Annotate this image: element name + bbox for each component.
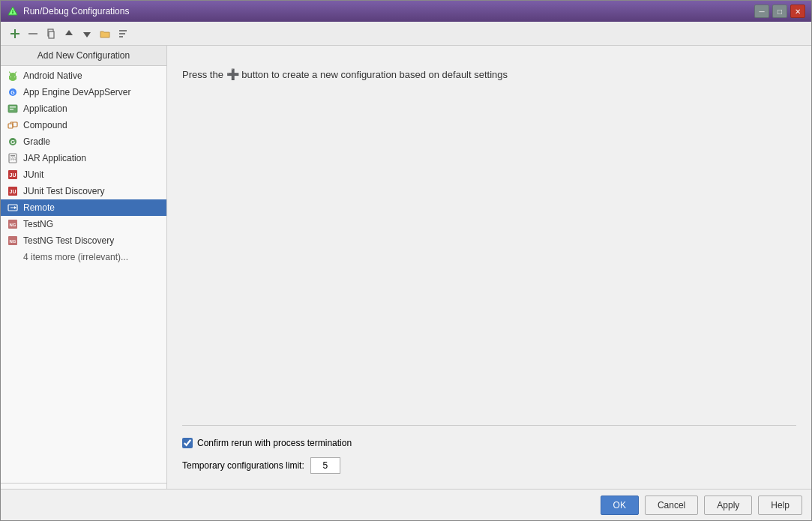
junit-icon: JU — [7, 169, 19, 181]
run-debug-configurations-window: Run/Debug Configurations ─ □ ✕ — [0, 0, 812, 521]
move-up-button[interactable] — [61, 25, 77, 42]
window-title: Run/Debug Configurations — [23, 6, 754, 16]
confirm-rerun-checkbox[interactable] — [182, 438, 193, 448]
main-content: Add New Configuration — [1, 46, 811, 489]
svg-text:JU: JU — [10, 172, 16, 178]
maximize-button[interactable]: □ — [772, 4, 787, 18]
temp-config-label: Temporary configurations limit: — [182, 460, 304, 471]
android-icon — [7, 70, 19, 82]
ok-button[interactable]: OK — [601, 496, 639, 515]
svg-point-2 — [12, 12, 13, 13]
hint-prefix: Press the — [182, 69, 223, 80]
svg-marker-9 — [65, 30, 73, 35]
add-new-header: Add New Configuration — [1, 46, 166, 66]
svg-line-19 — [15, 72, 16, 73]
junit-discovery-icon: JU — [7, 185, 19, 197]
move-down-button[interactable] — [79, 25, 95, 42]
config-item-junit-label: JUnit — [23, 169, 43, 180]
svg-rect-8 — [49, 31, 54, 38]
help-button[interactable]: Help — [758, 496, 802, 515]
gradle-icon: G — [7, 136, 19, 148]
svg-rect-6 — [28, 33, 37, 34]
confirm-rerun-row: Confirm rerun with process termination — [182, 438, 796, 448]
config-item-gradle-label: Gradle — [23, 136, 50, 147]
apply-button[interactable]: Apply — [704, 496, 752, 515]
svg-text:JAR: JAR — [9, 157, 16, 161]
svg-point-20 — [10, 73, 16, 77]
config-item-junit-test-discovery[interactable]: JU JUnit Test Discovery — [1, 183, 166, 199]
left-panel-bottom — [1, 483, 166, 489]
testng-icon: NG — [7, 218, 19, 230]
config-item-application-label: Application — [23, 103, 67, 114]
svg-marker-10 — [83, 32, 91, 37]
config-item-android-native[interactable]: Android Native — [1, 67, 166, 84]
svg-text:NG: NG — [10, 223, 16, 227]
config-item-android-native-label: Android Native — [23, 70, 82, 81]
svg-rect-25 — [10, 109, 13, 110]
hint-suffix: button to create a new configuration bas… — [241, 69, 508, 80]
config-item-testng-discovery[interactable]: NG TestNG Test Discovery — [1, 232, 166, 249]
confirm-rerun-label: Confirm rerun with process termination — [197, 438, 352, 448]
svg-text:NG: NG — [10, 239, 16, 244]
config-item-remote-label: Remote — [23, 202, 55, 213]
remove-button[interactable] — [25, 25, 41, 42]
svg-line-18 — [10, 72, 11, 73]
svg-rect-5 — [10, 33, 19, 34]
spacer — [182, 80, 796, 425]
svg-rect-3 — [12, 10, 13, 12]
config-item-remote[interactable]: Remote — [1, 199, 166, 216]
sort-button[interactable] — [115, 25, 131, 42]
folder-button[interactable] — [97, 25, 113, 42]
close-button[interactable]: ✕ — [790, 4, 805, 18]
minimize-button[interactable]: ─ — [754, 4, 769, 18]
cancel-button[interactable]: Cancel — [645, 496, 698, 515]
title-bar: Run/Debug Configurations ─ □ ✕ — [1, 1, 811, 22]
config-item-app-engine-label: App Engine DevAppServer — [23, 87, 130, 97]
more-items[interactable]: 4 items more (irrelevant)... — [1, 249, 166, 265]
footer: OK Cancel Apply Help — [1, 489, 811, 520]
remote-icon — [7, 202, 19, 214]
testng-discovery-icon: NG — [7, 235, 19, 247]
config-item-app-engine[interactable]: G App Engine DevAppServer — [1, 84, 166, 100]
config-list: Android Native G App Engine DevAppServer — [1, 66, 166, 483]
app-engine-icon: G — [7, 86, 19, 98]
jar-icon: JAR — [7, 152, 19, 164]
plus-icon: ➕ — [226, 68, 239, 80]
add-button[interactable] — [7, 25, 23, 42]
left-panel: Add New Configuration — [1, 46, 167, 489]
svg-rect-24 — [10, 106, 16, 108]
config-item-application[interactable]: Application — [1, 100, 166, 117]
toolbar — [1, 22, 811, 46]
config-item-junit-discovery-label: JUnit Test Discovery — [23, 186, 104, 196]
window-icon — [7, 5, 19, 17]
config-item-testng-discovery-label: TestNG Test Discovery — [23, 235, 114, 246]
svg-rect-26 — [8, 124, 13, 128]
temp-config-row: Temporary configurations limit: 5 — [182, 457, 796, 474]
config-item-testng-label: TestNG — [23, 219, 53, 229]
config-item-junit[interactable]: JU JUnit — [1, 166, 166, 183]
svg-marker-41 — [14, 206, 16, 209]
copy-button[interactable] — [43, 25, 59, 42]
right-panel: Press the ➕ button to create a new confi… — [167, 46, 811, 489]
svg-text:JU: JU — [10, 189, 16, 194]
svg-text:G: G — [10, 139, 15, 145]
window-controls: ─ □ ✕ — [754, 4, 805, 18]
compound-icon — [7, 119, 19, 131]
bottom-options: Confirm rerun with process termination T… — [182, 425, 796, 474]
application-icon — [7, 103, 19, 115]
hint-text: Press the ➕ button to create a new confi… — [182, 68, 796, 80]
config-item-compound[interactable]: Compound — [1, 117, 166, 133]
config-item-testng[interactable]: NG TestNG — [1, 216, 166, 232]
temp-config-input[interactable]: 5 — [310, 457, 340, 474]
config-item-gradle[interactable]: G Gradle — [1, 133, 166, 150]
config-item-jar-application[interactable]: JAR JAR Application — [1, 150, 166, 166]
svg-rect-27 — [13, 122, 17, 127]
config-item-jar-label: JAR Application — [23, 153, 86, 163]
config-item-compound-label: Compound — [23, 120, 67, 130]
svg-text:G: G — [10, 90, 15, 95]
